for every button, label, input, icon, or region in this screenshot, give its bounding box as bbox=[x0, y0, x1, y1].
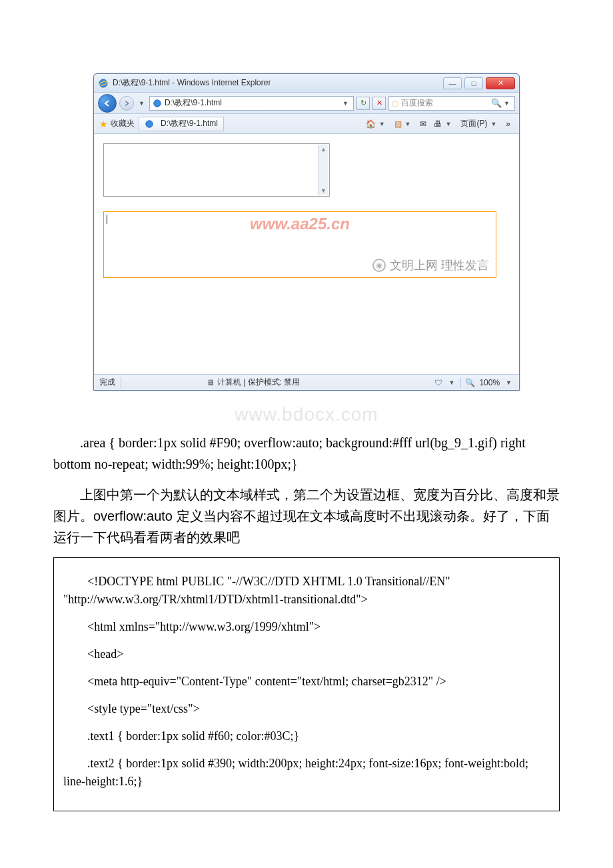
page-icon bbox=[153, 99, 162, 108]
search-icon[interactable]: 🔍 bbox=[491, 98, 502, 108]
css-code-line: .area { border:1px solid #F90; overflow:… bbox=[53, 432, 560, 475]
search-provider-icon: ◌ bbox=[392, 99, 398, 108]
textarea-default[interactable] bbox=[103, 143, 330, 197]
watermark-text: www.aa25.cn bbox=[250, 215, 350, 233]
history-dropdown-icon[interactable]: ▼ bbox=[137, 100, 147, 107]
code-line: <meta http-equiv="Content-Type" content=… bbox=[63, 673, 550, 691]
favorites-label: 收藏夹 bbox=[111, 118, 135, 129]
maximize-button[interactable]: □ bbox=[464, 77, 483, 89]
refresh-button[interactable]: ↻ bbox=[356, 97, 370, 110]
textarea-default-wrap bbox=[103, 143, 330, 197]
rss-icon: ▧ bbox=[394, 119, 402, 129]
ie-window: D:\教程\9-1.html - Windows Internet Explor… bbox=[93, 73, 520, 391]
address-bar[interactable]: D:\教程\9-1.html ▼ bbox=[149, 96, 354, 111]
favorites-button[interactable]: ★ 收藏夹 bbox=[99, 118, 135, 129]
toolbar: ★ 收藏夹 D:\教程\9-1.html 🏠▼ ▧▼ ✉ 🖶▼ 页面(P)▼ » bbox=[94, 114, 519, 134]
nav-row: ▼ D:\教程\9-1.html ▼ ↻ ✕ ◌ 百度搜索 🔍 ▼ bbox=[94, 93, 519, 114]
scrollbar-icon[interactable] bbox=[318, 145, 328, 195]
tab-icon bbox=[145, 119, 154, 129]
tab-label: D:\教程\9-1.html bbox=[161, 118, 218, 129]
zoom-value: 100% bbox=[479, 378, 500, 387]
address-dropdown-icon[interactable]: ▼ bbox=[340, 100, 350, 107]
home-icon: 🏠 bbox=[366, 119, 376, 129]
status-done: 完成 bbox=[99, 377, 115, 388]
code-line: <!DOCTYPE html PUBLIC "-//W3C//DTD XHTML… bbox=[63, 573, 550, 609]
textarea-styled[interactable]: www.aa25.cn ◉ 文明上网 理性发言 bbox=[103, 211, 496, 278]
zone-text: 计算机 | 保护模式: 禁用 bbox=[217, 377, 300, 388]
text-cursor bbox=[107, 215, 107, 224]
ie-logo-icon bbox=[98, 78, 109, 89]
code-line: .text2 { border:1px solid #390; width:20… bbox=[63, 755, 550, 791]
search-bar[interactable]: ◌ 百度搜索 🔍 ▼ bbox=[388, 96, 515, 111]
browser-tab[interactable]: D:\教程\9-1.html bbox=[139, 117, 224, 131]
minimize-button[interactable]: — bbox=[443, 77, 462, 89]
mail-button[interactable]: ✉ bbox=[416, 117, 430, 131]
zone-info: 🖥 计算机 | 保护模式: 禁用 bbox=[207, 377, 300, 388]
chevron-right-icon: » bbox=[506, 119, 510, 129]
code-line: <head> bbox=[63, 645, 550, 663]
mail-icon: ✉ bbox=[420, 119, 426, 129]
titlebar: D:\教程\9-1.html - Windows Internet Explor… bbox=[94, 74, 519, 93]
explanation-paragraph: 上图中第一个为默认的文本域样式，第二个为设置边框、宽度为百分比、高度和景图片。o… bbox=[53, 484, 560, 548]
page-content: www.aa25.cn ◉ 文明上网 理性发言 bbox=[94, 134, 519, 374]
svg-point-3 bbox=[146, 120, 153, 127]
close-button[interactable]: ✕ bbox=[486, 77, 515, 89]
civilized-text: 文明上网 理性发言 bbox=[390, 257, 489, 273]
zoom-dropdown-icon[interactable]: ▼ bbox=[504, 379, 514, 386]
home-button[interactable]: 🏠▼ bbox=[362, 117, 390, 131]
star-icon: ★ bbox=[99, 119, 108, 129]
code-box: <!DOCTYPE html PUBLIC "-//W3C//DTD XHTML… bbox=[53, 557, 560, 811]
code-line: <style type="text/css"> bbox=[63, 700, 550, 718]
search-dropdown-icon[interactable]: ▼ bbox=[502, 100, 512, 107]
page-menu-label: 页面(P) bbox=[460, 118, 487, 129]
computer-icon: 🖥 bbox=[207, 378, 215, 387]
code-line: <html xmlns="http://www.w3.org/1999/xhtm… bbox=[63, 618, 550, 636]
stop-button[interactable]: ✕ bbox=[372, 97, 386, 110]
code-line: .text1 { border:1px solid #f60; color:#0… bbox=[63, 727, 550, 745]
print-button[interactable]: 🖶▼ bbox=[430, 117, 456, 131]
back-button[interactable] bbox=[98, 94, 117, 113]
zoom-icon[interactable]: 🔍 bbox=[465, 378, 475, 387]
globe-icon: ◉ bbox=[372, 259, 386, 272]
window-title: D:\教程\9-1.html - Windows Internet Explor… bbox=[113, 77, 443, 89]
page-menu-button[interactable]: 页面(P)▼ bbox=[457, 117, 502, 131]
svg-point-2 bbox=[154, 99, 161, 107]
address-text: D:\教程\9-1.html bbox=[165, 97, 222, 109]
search-placeholder: 百度搜索 bbox=[401, 97, 433, 109]
protected-mode-icon[interactable]: 🛡 bbox=[434, 378, 442, 387]
status-bar: 完成 🖥 计算机 | 保护模式: 禁用 🛡▼ 🔍 100% ▼ bbox=[94, 374, 519, 390]
print-icon: 🖶 bbox=[434, 119, 442, 129]
forward-button[interactable] bbox=[119, 96, 134, 111]
feeds-button[interactable]: ▧▼ bbox=[391, 117, 416, 131]
civilized-hint: ◉ 文明上网 理性发言 bbox=[372, 257, 489, 273]
more-button[interactable]: » bbox=[502, 117, 514, 131]
doc-watermark: www.bdocx.com bbox=[53, 404, 560, 425]
